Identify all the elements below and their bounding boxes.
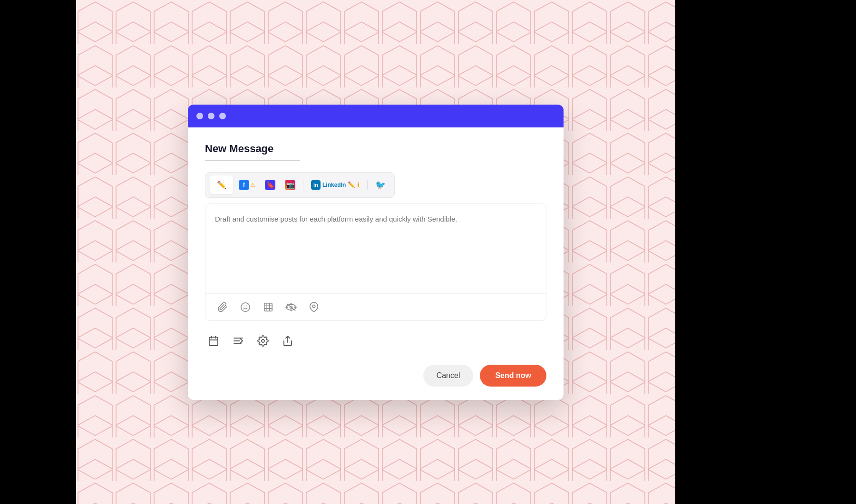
svg-point-13 <box>290 303 292 304</box>
calendar-icon[interactable] <box>205 332 222 349</box>
svg-point-14 <box>290 310 292 311</box>
modal-titlebar <box>188 105 564 127</box>
visibility-icon[interactable] <box>283 300 299 315</box>
instagram-icon: 📷 <box>285 180 295 190</box>
modal-body: New Message ✏️ f ⚠ 🔖 📷 <box>188 127 564 400</box>
settings-icon[interactable] <box>254 332 272 349</box>
tab-facebook[interactable]: f ⚠ <box>235 178 259 192</box>
linkedin-info-icon: ℹ <box>357 181 360 189</box>
bottom-toolbar <box>205 332 546 349</box>
emoji-icon[interactable] <box>238 300 253 315</box>
compose-modal: New Message ✏️ f ⚠ 🔖 📷 <box>188 105 564 400</box>
linkedin-icon: in <box>311 180 321 190</box>
share-icon[interactable] <box>279 332 296 349</box>
tab-all[interactable]: ✏️ <box>210 175 233 194</box>
titlebar-dot-1 <box>196 113 203 119</box>
tab-divider-2 <box>367 180 368 190</box>
bookmarks-icon: 🔖 <box>265 180 275 190</box>
queue-icon[interactable] <box>230 332 247 349</box>
image-icon[interactable] <box>261 300 276 315</box>
svg-point-3 <box>241 302 250 311</box>
svg-point-15 <box>286 306 288 308</box>
linkedin-edit-icon: ✏️ <box>348 181 355 188</box>
tab-bookmarks[interactable]: 🔖 <box>261 178 279 192</box>
svg-rect-18 <box>209 337 218 346</box>
warning-icon: ⚠ <box>250 182 255 188</box>
titlebar-dot-2 <box>208 113 214 119</box>
tab-instagram[interactable]: 📷 <box>281 178 299 192</box>
svg-rect-6 <box>264 303 272 311</box>
tab-twitter[interactable]: 🐦 <box>371 178 389 192</box>
titlebar-dot-3 <box>219 113 226 119</box>
compose-toolbar <box>205 293 546 320</box>
svg-point-25 <box>262 339 264 342</box>
twitter-icon: 🐦 <box>375 180 386 190</box>
send-now-button[interactable]: Send now <box>480 365 546 387</box>
tab-linkedin[interactable]: in LinkedIn ✏️ ℹ <box>307 178 363 192</box>
compose-area <box>205 204 546 321</box>
cancel-button[interactable]: Cancel <box>423 365 474 387</box>
svg-point-17 <box>312 305 315 308</box>
modal-title: New Message <box>205 143 546 155</box>
platform-tabs: ✏️ f ⚠ 🔖 📷 in Li <box>205 172 395 198</box>
svg-point-16 <box>294 306 296 308</box>
title-divider <box>205 160 300 161</box>
pencil-icon: ✏️ <box>214 177 229 193</box>
location-icon[interactable] <box>306 300 321 315</box>
attachment-icon[interactable] <box>215 300 230 315</box>
action-buttons: Cancel Send now <box>205 365 546 387</box>
compose-textarea[interactable] <box>205 204 546 291</box>
linkedin-label: LinkedIn <box>322 182 346 188</box>
tab-divider <box>303 180 303 190</box>
facebook-icon: f <box>239 180 249 190</box>
